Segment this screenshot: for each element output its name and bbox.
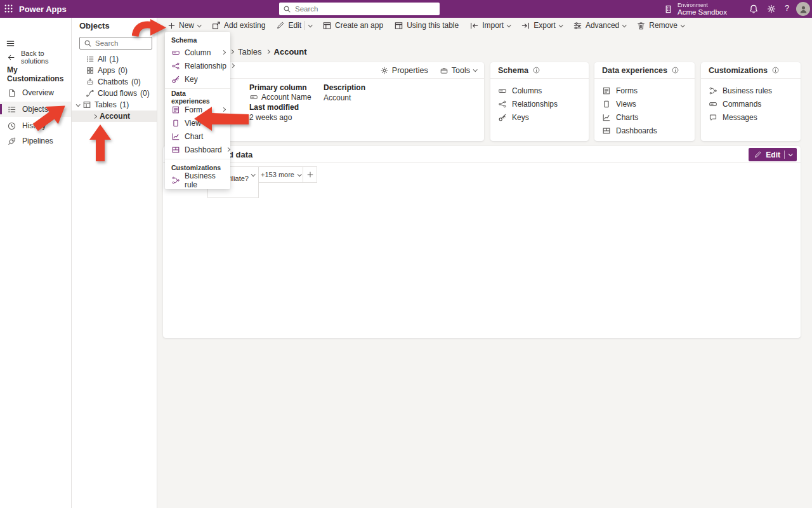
environment-name: Acme Sandbox <box>678 8 727 16</box>
messages-link[interactable]: Messages <box>709 110 793 124</box>
create-an-app-button[interactable]: Create an app <box>322 21 383 30</box>
more-columns-label: +153 more <box>261 171 294 178</box>
menu-item-column[interactable]: Column <box>165 46 230 59</box>
menu-item-relationship[interactable]: Relationship <box>165 59 230 72</box>
global-search-box[interactable] <box>279 3 440 15</box>
view-icon <box>171 119 180 128</box>
chevron-down-icon[interactable] <box>251 172 256 177</box>
notifications-bell-icon[interactable] <box>749 4 759 14</box>
objects-icon <box>7 105 16 114</box>
power-apps-screen: { "colors":{"brand":"#742774","arrow_red… <box>0 0 812 508</box>
menu-item-label: Key <box>185 75 198 84</box>
tree-item-chatbots[interactable]: Chatbots (0) <box>72 76 157 88</box>
menu-item-business-rule[interactable]: Business rule <box>165 173 230 187</box>
export-button[interactable]: Export <box>521 21 562 30</box>
tree-item-account[interactable]: Account <box>72 110 157 122</box>
submenu-chevron-icon <box>221 50 226 55</box>
hamburger-menu-icon[interactable] <box>6 39 15 48</box>
commands-link[interactable]: Commands <box>709 97 793 110</box>
advanced-icon <box>573 21 582 30</box>
dashboards-link[interactable]: Dashboards <box>602 124 687 137</box>
waffle-icon[interactable] <box>4 4 13 13</box>
settings-gear-icon[interactable] <box>766 4 776 14</box>
info-icon[interactable] <box>671 66 679 74</box>
views-link[interactable]: Views <box>602 97 687 110</box>
chevron-down-icon <box>473 67 478 72</box>
primary-column-value[interactable]: Account Name <box>249 93 311 102</box>
annotation-arrow-to-new-button <box>132 17 167 38</box>
objects-search-box[interactable] <box>79 37 152 50</box>
link-label: Business rules <box>723 86 772 95</box>
charts-link[interactable]: Charts <box>602 110 687 124</box>
objects-panel: Objects All (1) Apps (0) Chatbots (0) Cl… <box>72 18 157 508</box>
schema-relationships-link[interactable]: Relationships <box>498 97 581 110</box>
back-to-solutions-link[interactable]: Back to solutions <box>0 51 71 64</box>
tree-item-apps[interactable]: Apps (0) <box>72 65 157 76</box>
edit-split-button[interactable]: Edit <box>276 21 311 30</box>
add-existing-label: Add existing <box>224 21 265 30</box>
forms-link[interactable]: Forms <box>602 84 687 97</box>
columns-and-data-heading-partially-covered: d data <box>228 150 252 159</box>
info-icon[interactable] <box>532 66 540 74</box>
menu-item-key[interactable]: Key <box>165 72 230 86</box>
breadcrumb-tables[interactable]: Tables <box>238 47 262 57</box>
annotation-arrow-to-view <box>193 104 250 133</box>
chevron-down-icon[interactable] <box>789 152 793 156</box>
help-icon[interactable]: ? <box>785 3 789 13</box>
chevron-right-icon[interactable] <box>93 114 97 118</box>
views-icon <box>602 100 611 109</box>
using-this-table-button[interactable]: Using this table <box>394 21 459 30</box>
schema-keys-link[interactable]: Keys <box>498 110 581 124</box>
selected-indicator <box>0 104 2 114</box>
advanced-label: Advanced <box>586 21 619 30</box>
submenu-chevron-icon <box>226 147 230 152</box>
new-label: New <box>179 21 194 30</box>
breadcrumb-separator-icon <box>230 49 234 53</box>
tree-item-cloud-flows[interactable]: Cloud flows (0) <box>72 88 157 99</box>
pencil-icon <box>754 150 762 159</box>
properties-button[interactable]: Properties <box>380 66 428 75</box>
search-icon <box>283 5 291 13</box>
advanced-button[interactable]: Advanced <box>573 21 625 30</box>
environment-picker[interactable]: Environment Acme Sandbox <box>664 0 727 18</box>
schema-columns-link[interactable]: Columns <box>498 84 581 97</box>
user-avatar[interactable] <box>796 2 810 16</box>
messages-icon <box>709 113 717 122</box>
menu-item-label: Relationship <box>185 62 226 70</box>
more-columns-button[interactable]: +153 more <box>258 166 303 183</box>
back-to-solutions-label: Back to solutions <box>21 50 71 65</box>
remove-button[interactable]: Remove <box>636 21 684 30</box>
edit-data-button[interactable]: Edit <box>749 148 797 161</box>
menu-item-dashboard[interactable]: Dashboard <box>165 143 230 156</box>
new-button[interactable]: New <box>167 21 200 30</box>
chevron-down-icon[interactable] <box>308 23 313 27</box>
menu-section-schema: Schema <box>165 34 230 46</box>
link-label: Keys <box>512 113 529 122</box>
sidebar-item-pipelines[interactable]: Pipelines <box>0 133 71 149</box>
link-label: Dashboards <box>616 126 657 135</box>
global-search-input[interactable] <box>295 5 436 13</box>
add-column-button[interactable] <box>303 166 317 183</box>
add-existing-button[interactable]: Add existing <box>211 21 265 30</box>
chevron-down-icon[interactable] <box>76 102 81 107</box>
text-field-icon <box>249 93 258 102</box>
menu-item-label: Business rule <box>185 171 225 189</box>
solution-title-label: My Customizations <box>7 65 71 83</box>
edit-data-label: Edit <box>766 150 780 159</box>
tree-item-all[interactable]: All (1) <box>72 53 157 65</box>
tools-button[interactable]: Tools <box>440 66 476 75</box>
chevron-down-icon <box>507 23 511 27</box>
primary-column-label: Primary column <box>249 83 307 92</box>
tree-item-tables[interactable]: Tables (1) <box>72 99 157 110</box>
business-rules-link[interactable]: Business rules <box>709 84 793 97</box>
chart-icon <box>171 132 180 141</box>
tree-item-count: (0) <box>118 66 128 75</box>
tree-item-label: Cloud flows <box>98 89 137 98</box>
pipelines-icon <box>7 137 16 146</box>
info-icon[interactable] <box>771 66 780 74</box>
relationships-icon <box>498 100 507 109</box>
tree-item-label: All <box>98 55 106 64</box>
import-button[interactable]: Import <box>469 21 510 30</box>
objects-search-input[interactable] <box>95 39 140 47</box>
columns-icon <box>498 86 507 95</box>
